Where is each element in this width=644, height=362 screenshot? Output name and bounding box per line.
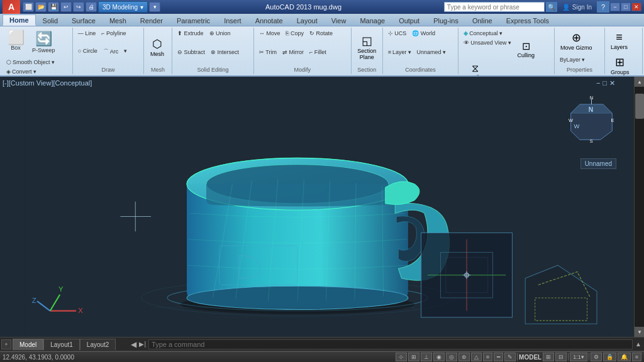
qa-new[interactable]: ⬜ — [23, 2, 34, 12]
settings-btn[interactable]: ⚙ — [591, 353, 602, 361]
tab-mesh[interactable]: Mesh — [103, 14, 133, 26]
qa-print[interactable]: 🖨 — [86, 2, 97, 12]
dyn-btn[interactable]: ≡ — [483, 353, 492, 361]
tab-express-tools[interactable]: Express Tools — [499, 14, 556, 26]
restore-button[interactable]: □ — [621, 3, 631, 11]
tab-plugins[interactable]: Plug-ins — [426, 14, 465, 26]
tab-surface[interactable]: Surface — [65, 14, 103, 26]
mirror-btn[interactable]: ⇌ Mirror — [280, 48, 306, 57]
ducs-btn[interactable]: △ — [471, 353, 482, 361]
otrack-btn[interactable]: ⊛ — [458, 353, 470, 361]
tpress-btn[interactable]: ✎ — [504, 353, 516, 361]
tab-annotate[interactable]: Annotate — [248, 14, 290, 26]
extrude-btn[interactable]: ⬆ Extrude — [175, 29, 206, 38]
tab-manage[interactable]: Manage — [353, 14, 392, 26]
qa-save[interactable]: 💾 — [48, 2, 59, 12]
tab-online[interactable]: Online — [465, 14, 499, 26]
tab-render[interactable]: Render — [133, 14, 170, 26]
layer-btn[interactable]: ≡ Layer ▾ — [386, 48, 414, 57]
search-input[interactable] — [444, 2, 545, 12]
osnap-btn[interactable]: ◎ — [446, 353, 457, 361]
subtract-btn[interactable]: ⊖ Subtract — [175, 48, 208, 57]
viewport-minimize[interactable]: − — [596, 79, 600, 87]
sweep-button[interactable]: 🔄 P-Sweep — [29, 29, 58, 55]
conceptual-btn[interactable]: ◈ Conceptual ▾ — [461, 29, 505, 38]
no-filter-btn[interactable]: ⧖ No Filter — [461, 61, 489, 77]
intersect-btn[interactable]: ⊗ Intersect — [208, 48, 242, 57]
new-tab-btn[interactable]: + — [1, 339, 11, 349]
qa-more[interactable]: ▾ — [149, 2, 160, 12]
nav-cube[interactable]: N W N E S W — [568, 96, 615, 143]
groups-btn[interactable]: ⊞ Groups — [608, 53, 633, 77]
unnamed-btn[interactable]: Unnamed ▾ — [414, 48, 448, 57]
union-btn[interactable]: ⊕ Union — [207, 29, 233, 38]
scale-display[interactable]: 1:1▾ — [570, 353, 587, 361]
copy-btn[interactable]: ⎘ Copy — [283, 29, 306, 38]
app-button[interactable]: A — [3, 0, 20, 14]
layers-icon: ≡ — [616, 31, 623, 44]
tab-insert[interactable]: Insert — [217, 14, 248, 26]
tab-layout[interactable]: Layout — [290, 14, 325, 26]
svg-text:Y: Y — [58, 285, 64, 293]
ucs-btn[interactable]: ⊹ UCS — [386, 29, 409, 38]
qa-open[interactable]: 📂 — [35, 2, 47, 12]
trim-btn[interactable]: ✂ Trim — [257, 48, 279, 57]
box-button[interactable]: ⬜ Box — [4, 29, 28, 53]
smooth-object-button[interactable]: ⬡ Smooth Object ▾ — [4, 58, 57, 67]
by-layer-btn[interactable]: ByLayer ▾ — [557, 55, 587, 64]
culling-btn[interactable]: ⊡ Culling — [514, 38, 538, 60]
world-btn[interactable]: 🌐 World — [409, 29, 438, 38]
notify-btn[interactable]: 🔔 — [618, 353, 631, 361]
qa-undo[interactable]: ↩ — [60, 2, 72, 12]
search-button[interactable]: 🔍 — [546, 2, 557, 12]
tab-layout1[interactable]: Layout1 — [43, 339, 80, 350]
mesh-btn[interactable]: ⬡ Mesh — [147, 35, 168, 59]
section-plane-btn[interactable]: ◱ Section Plane — [354, 32, 380, 62]
model-btn[interactable]: ⊞ — [543, 353, 554, 361]
layers-btn[interactable]: ≡ Layers — [608, 29, 631, 52]
tab-output[interactable]: Output — [392, 14, 426, 26]
help-button[interactable]: ? — [597, 1, 609, 13]
snap-btn[interactable]: ⊹ — [396, 353, 407, 361]
user-area[interactable]: 👤 Sign In — [562, 4, 597, 11]
workspace-selector[interactable]: 3D Modeling ▾ — [98, 1, 148, 13]
rotate-btn[interactable]: ↻ Rotate — [307, 29, 335, 38]
viewport[interactable]: [-][Custom View][Conceptual] − □ ✕ — [0, 77, 634, 337]
draw-expand[interactable]: ▾ — [121, 47, 130, 55]
unsaved-view-btn[interactable]: 👁 Unsaved View ▾ — [461, 38, 513, 47]
viewport-restore[interactable]: □ — [602, 79, 607, 87]
polar-btn[interactable]: ◉ — [433, 353, 445, 361]
tab-parametric[interactable]: Parametric — [170, 14, 217, 26]
arc-btn[interactable]: ⌒ Arc — [101, 47, 121, 57]
close-button[interactable]: ✕ — [631, 3, 641, 11]
tab-layout2[interactable]: Layout2 — [80, 339, 116, 350]
command-scroll-btn[interactable]: ◀ — [131, 340, 136, 349]
polyline-btn[interactable]: ⌐ Polyline — [99, 29, 128, 38]
scroll-thumb[interactable] — [635, 94, 644, 119]
lock-btn[interactable]: 🔒 — [603, 353, 616, 361]
scroll-down-arrow[interactable]: ▼ — [635, 327, 644, 337]
circle-btn[interactable]: ○ Circle — [75, 47, 100, 55]
toolbar-btn[interactable]: ≡ — [632, 353, 641, 361]
scrollbar-right[interactable]: ▲ ▼ — [634, 77, 644, 337]
fillet-btn[interactable]: ⌐ Fillet — [307, 48, 329, 57]
move-gizmo-btn[interactable]: ⊕ Move Gizmo — [557, 29, 596, 53]
qa-redo[interactable]: ↪ — [73, 2, 84, 12]
move-btn[interactable]: ↔ Move — [257, 29, 283, 38]
scroll-up-arrow[interactable]: ▲ — [635, 77, 644, 87]
grid-btn[interactable]: ⊞ — [408, 353, 419, 361]
minimize-button[interactable]: − — [610, 3, 620, 11]
model-btn2[interactable]: ⊟ — [555, 353, 567, 361]
convert-btn[interactable]: ◈ Convert ▾ — [4, 67, 57, 76]
line-btn[interactable]: — Line — [75, 29, 99, 38]
tab-view[interactable]: View — [325, 14, 353, 26]
command-prev-btn[interactable]: ▶| — [139, 341, 146, 348]
lweight-btn[interactable]: ━ — [494, 353, 503, 361]
ortho-btn[interactable]: ⊥ — [421, 353, 432, 361]
viewport-close[interactable]: ✕ — [609, 79, 615, 87]
tab-model[interactable]: Model — [13, 339, 43, 350]
tab-home[interactable]: Home — [3, 14, 36, 26]
command-expand[interactable]: ▲ — [635, 341, 641, 348]
command-input[interactable] — [148, 339, 633, 349]
tab-solid[interactable]: Solid — [36, 14, 65, 26]
